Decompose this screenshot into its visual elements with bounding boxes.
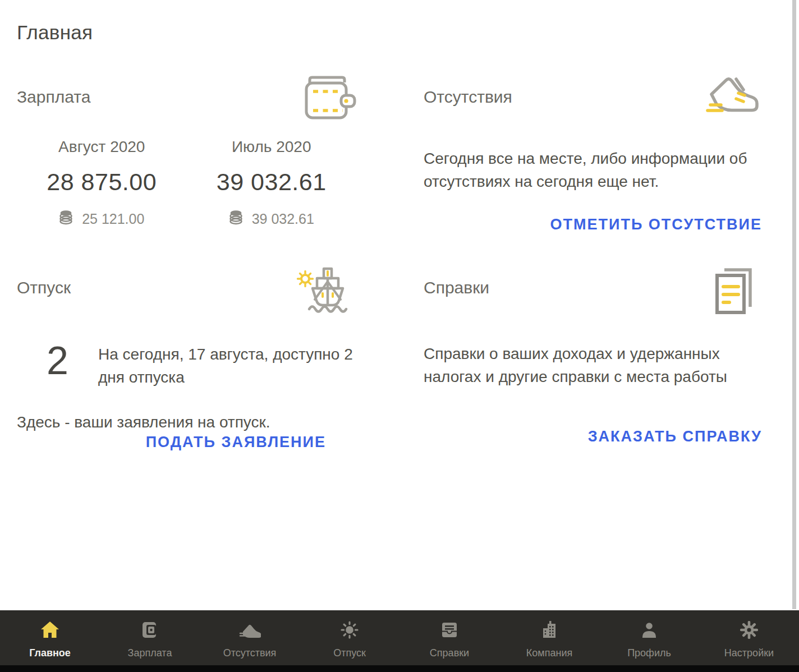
vacation-card-title: Отпуск <box>17 263 71 297</box>
certificates-text: Справки о ваших доходах и удержанных нал… <box>424 342 760 389</box>
nav-item-salary[interactable]: Зарплата <box>100 610 200 665</box>
nav-label: Отсутствия <box>223 647 277 659</box>
bottom-edge-strip <box>0 665 799 672</box>
nav-label: Главное <box>29 647 71 659</box>
sneaker-icon <box>238 619 261 643</box>
coins-icon <box>59 209 73 228</box>
salary-card: Зарплата Август 2020 28 875.00 <box>17 72 356 236</box>
sun-icon <box>338 619 361 643</box>
wallet-icon <box>139 619 161 643</box>
submit-vacation-request-button[interactable]: ПОДАТЬ ЗАЯВЛЕНИЕ <box>145 431 327 453</box>
salary-card-title: Зарплата <box>17 72 90 107</box>
nav-item-profile[interactable]: Профиль <box>599 610 699 665</box>
salary-total: 39 032.61 <box>187 168 357 196</box>
sneaker-icon <box>704 72 763 128</box>
salary-paid-amount: 25 121.00 <box>82 211 144 227</box>
vacation-note: Здесь - ваши заявления на отпуск. <box>17 413 356 431</box>
page-title: Главная <box>17 21 763 44</box>
order-certificate-button[interactable]: ЗАКАЗАТЬ СПРАВКУ <box>587 426 763 448</box>
cards-grid: Зарплата Август 2020 28 875.00 <box>17 72 763 448</box>
documents-icon <box>709 263 763 323</box>
home-icon <box>38 619 62 643</box>
profile-icon <box>638 619 660 643</box>
nav-label: Профиль <box>627 647 671 659</box>
salary-month-label: Август 2020 <box>17 138 187 156</box>
absences-card-title: Отсутствия <box>424 72 512 107</box>
salary-total: 28 875.00 <box>17 168 187 196</box>
certificates-card: Справки Справки о ваших доходах и удержа… <box>424 263 763 448</box>
nav-label: Отпуск <box>333 647 366 659</box>
nav-label: Настройки <box>724 647 774 659</box>
certificates-card-title: Справки <box>424 263 489 297</box>
salary-month-label: Июль 2020 <box>187 138 357 156</box>
vacation-days-count: 2 <box>17 341 98 380</box>
certificate-icon <box>438 619 461 643</box>
main-content: Главная Зарплата Ав <box>0 0 799 610</box>
nav-item-absences[interactable]: Отсутствия <box>200 610 300 665</box>
vacation-days-text: На сегодня, 17 августа, доступно 2 дня о… <box>98 341 356 389</box>
mark-absence-button[interactable]: ОТМЕТИТЬ ОТСУТСТВИЕ <box>549 214 763 236</box>
ship-icon <box>295 263 356 321</box>
salary-paid-amount: 39 032.61 <box>252 211 314 227</box>
salary-month-july[interactable]: Июль 2020 39 032.61 39 032.61 <box>187 138 357 228</box>
wallet-icon <box>298 72 356 128</box>
nav-item-vacation[interactable]: Отпуск <box>300 610 400 665</box>
settings-icon <box>738 619 760 643</box>
nav-item-company[interactable]: Компания <box>499 610 599 665</box>
absences-text: Сегодня все на месте, либо информации об… <box>424 147 760 194</box>
salary-month-august[interactable]: Август 2020 28 875.00 25 121.00 <box>17 138 187 228</box>
nav-label: Справки <box>430 647 469 659</box>
nav-item-settings[interactable]: Настройки <box>699 610 799 665</box>
vacation-card: Отпуск <box>17 263 356 448</box>
scrollbar[interactable] <box>792 0 796 609</box>
nav-label: Зарплата <box>128 647 172 659</box>
absences-card: Отсутствия Сегодня все на месте, либо ин… <box>424 72 763 236</box>
bottom-navigation: Главное Зарплата Отсутствия <box>0 610 799 665</box>
company-icon <box>538 619 561 643</box>
nav-label: Компания <box>526 647 572 659</box>
nav-item-home[interactable]: Главное <box>0 610 100 665</box>
coins-icon <box>229 209 243 228</box>
nav-item-certificates[interactable]: Справки <box>400 610 499 665</box>
